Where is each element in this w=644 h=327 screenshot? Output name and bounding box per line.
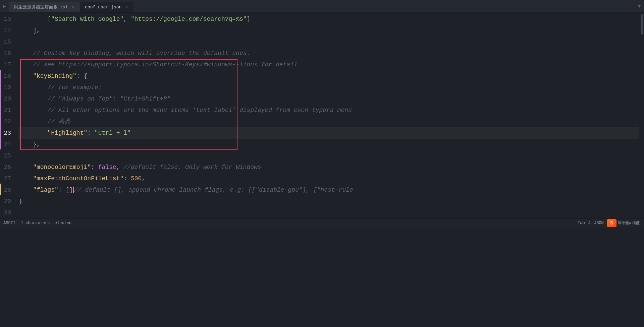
code-line-13: ["Search with Google", "https://google.c… xyxy=(18,13,639,25)
bracket-marker-keybinding xyxy=(0,70,1,149)
menu-arrow[interactable]: ▼ xyxy=(635,0,644,13)
code-text: // default [], append Chrome launch flag… xyxy=(74,184,353,196)
selection-info: 1 characters selected xyxy=(21,221,71,225)
code-text: : xyxy=(76,70,84,82)
ln-13: 13 xyxy=(0,13,14,25)
tab-txt-close[interactable]: ✕ xyxy=(71,5,75,9)
ln-29: 29 xyxy=(0,196,14,207)
code-text: ] xyxy=(247,13,251,25)
code-text: // 高亮 xyxy=(18,116,70,127)
sidebar-toggle[interactable]: ▶ xyxy=(0,0,9,13)
line-numbers: 13 14 15 16 17 18 19 20 21 22 23 24 25 2… xyxy=(0,13,18,218)
code-line-25 xyxy=(18,150,639,161)
code-line-22: // 高亮 xyxy=(18,116,639,127)
encoding-label: ASCII xyxy=(3,221,15,225)
statusbar: ASCII 1 characters selected Tab 4 JSON S… xyxy=(0,218,644,227)
scrollbar[interactable] xyxy=(639,13,644,218)
ln-22: 22 xyxy=(0,116,14,127)
bracket-marker-flags xyxy=(0,184,1,195)
code-text: : xyxy=(91,161,98,173)
ln-30: 30 xyxy=(0,207,14,218)
code-line-14: ], xyxy=(18,25,639,36)
code-text: "https://google.com/search?q=%s" xyxy=(131,13,247,25)
ln-17: 17 xyxy=(0,59,14,70)
tab-list: 阿里云服务器宝塔面板.txt ✕ conf.user.json ✕ xyxy=(9,0,635,12)
code-text: : xyxy=(123,173,131,184)
ln-18: 18 xyxy=(0,70,14,82)
code-text: "flags" xyxy=(18,184,58,196)
tab-txt-label: 阿里云服务器宝塔面板.txt xyxy=(14,4,68,10)
code-line-19: // for example: xyxy=(18,82,639,93)
code-text: false xyxy=(98,161,116,173)
code-text: , xyxy=(142,173,145,184)
titlebar: ▶ 阿里云服务器宝塔面板.txt ✕ conf.user.json ✕ ▼ xyxy=(0,0,644,13)
tab-size: 4 xyxy=(588,221,591,225)
code-text: //default false. Only work for Windows xyxy=(123,161,261,173)
code-line-21: // All other options are the menu items … xyxy=(18,105,639,116)
tab-json-close[interactable]: ✕ xyxy=(124,5,129,9)
ln-16: 16 xyxy=(0,48,14,59)
code-line-23: "Highlight": "Ctrl + l" xyxy=(18,127,639,139)
code-text: // see https://support.typora.io/Shortcu… xyxy=(18,59,298,70)
code-text: "Search with Google" xyxy=(51,13,123,25)
statusbar-left: ASCII 1 characters selected xyxy=(3,221,71,225)
code-text: } xyxy=(18,196,22,207)
editor: 13 14 15 16 17 18 19 20 21 22 23 24 25 2… xyxy=(0,13,644,218)
code-text: // Custom key binding, which will overri… xyxy=(18,48,250,59)
code-content[interactable]: ["Search with Google", "https://google.c… xyxy=(18,13,639,218)
code-line-16: // Custom key binding, which will overri… xyxy=(18,48,639,59)
code-line-30 xyxy=(18,207,639,218)
app-logo: S 笨小熊AI画图 xyxy=(607,219,641,227)
tab-json-label: conf.user.json xyxy=(85,5,121,10)
code-text xyxy=(18,36,22,48)
logo-text: 笨小熊AI画图 xyxy=(618,220,641,225)
code-line-27: "maxFetchCountOnFileList": 500, xyxy=(18,173,639,184)
ln-24: 24 xyxy=(0,139,14,150)
app-window: ▶ 阿里云服务器宝塔面板.txt ✕ conf.user.json ✕ ▼ 13… xyxy=(0,0,644,227)
code-line-15 xyxy=(18,36,639,48)
code-text: // for example: xyxy=(18,82,102,93)
code-text: , xyxy=(123,13,131,25)
logo-icon: S xyxy=(607,219,616,227)
ln-14: 14 xyxy=(0,25,14,36)
code-text: 500 xyxy=(131,173,142,184)
scrollbar-thumb[interactable] xyxy=(641,14,643,35)
code-text: [ xyxy=(18,13,51,25)
code-text: "keyBinding" xyxy=(18,70,76,82)
code-line-17: // see https://support.typora.io/Shortcu… xyxy=(18,59,639,70)
code-line-20: // "Always on Top": "Ctrl+Shift+P" xyxy=(18,93,639,105)
ln-21: 21 xyxy=(0,105,14,116)
code-text: { xyxy=(84,70,87,82)
code-text: : xyxy=(87,127,95,139)
code-text: : [] xyxy=(58,184,73,196)
ln-26: 26 xyxy=(0,161,14,173)
code-line-24: }, xyxy=(18,139,639,150)
code-text: "Ctrl + l" xyxy=(95,127,131,139)
ln-20: 20 xyxy=(0,93,14,105)
ln-19: 19 xyxy=(0,82,14,93)
ln-23: 23 xyxy=(0,127,14,139)
code-line-26: "monocolorEmoji": false, //default false… xyxy=(18,161,639,173)
ln-25: 25 xyxy=(0,150,14,161)
code-text: }, xyxy=(18,139,40,150)
code-line-18: "keyBinding": { xyxy=(18,70,639,82)
statusbar-right: Tab 4 JSON S 笨小熊AI画图 xyxy=(578,219,641,227)
code-text: "Highlight" xyxy=(18,127,87,139)
code-line-28: "flags": []// default [], append Chrome … xyxy=(18,184,639,196)
code-text: , xyxy=(116,161,124,173)
ln-15: 15 xyxy=(0,36,14,48)
tab-json[interactable]: conf.user.json ✕ xyxy=(80,2,133,12)
code-line-29: } xyxy=(18,196,639,207)
tab-txt[interactable]: 阿里云服务器宝塔面板.txt ✕ xyxy=(9,2,80,12)
code-text: // "Always on Top": "Ctrl+Shift+P" xyxy=(18,93,171,105)
code-text: "maxFetchCountOnFileList" xyxy=(18,173,123,184)
code-text: ], xyxy=(18,25,40,36)
code-text xyxy=(18,150,22,161)
ln-27: 27 xyxy=(0,173,14,184)
code-text: he menu items 'text label' displayed fro… xyxy=(142,105,352,116)
code-text: // All other options are xyxy=(18,105,138,116)
language-label: JSON xyxy=(594,221,604,225)
tab-label: Tab xyxy=(578,221,585,225)
code-text xyxy=(18,207,22,218)
code-text: "monocolorEmoji" xyxy=(18,161,91,173)
